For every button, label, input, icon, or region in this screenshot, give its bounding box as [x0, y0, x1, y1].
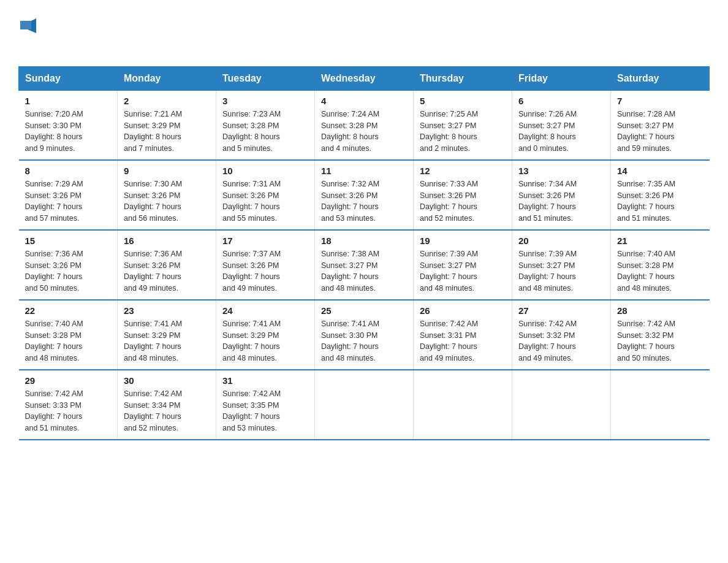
day-info: Sunrise: 7:42 AMSunset: 3:35 PMDaylight:… — [222, 388, 308, 434]
day-info: Sunrise: 7:40 AMSunset: 3:28 PMDaylight:… — [25, 318, 112, 364]
day-number: 19 — [420, 236, 506, 246]
calendar-week-row: 22 Sunrise: 7:40 AMSunset: 3:28 PMDaylig… — [19, 300, 710, 370]
calendar-cell — [512, 370, 611, 440]
day-info: Sunrise: 7:40 AMSunset: 3:28 PMDaylight:… — [617, 248, 703, 294]
calendar-cell: 2 Sunrise: 7:21 AMSunset: 3:29 PMDayligh… — [118, 90, 216, 160]
day-number: 9 — [124, 166, 210, 176]
day-info: Sunrise: 7:25 AMSunset: 3:27 PMDaylight:… — [420, 109, 506, 155]
weekday-header: Thursday — [414, 66, 512, 90]
day-info: Sunrise: 7:33 AMSunset: 3:26 PMDaylight:… — [420, 178, 506, 224]
calendar-cell: 21 Sunrise: 7:40 AMSunset: 3:28 PMDaylig… — [611, 230, 710, 300]
day-info: Sunrise: 7:32 AMSunset: 3:26 PMDaylight:… — [321, 178, 407, 224]
day-number: 10 — [222, 166, 308, 176]
day-number: 18 — [321, 236, 407, 246]
day-number: 13 — [518, 166, 604, 176]
day-number: 7 — [617, 96, 703, 106]
calendar-cell: 31 Sunrise: 7:42 AMSunset: 3:35 PMDaylig… — [216, 370, 315, 440]
svg-marker-0 — [20, 21, 31, 29]
day-info: Sunrise: 7:42 AMSunset: 3:33 PMDaylight:… — [25, 388, 112, 434]
day-number: 21 — [617, 236, 703, 246]
day-info: Sunrise: 7:31 AMSunset: 3:26 PMDaylight:… — [222, 178, 308, 224]
day-number: 12 — [420, 166, 506, 176]
day-number: 14 — [617, 166, 703, 176]
calendar-week-row: 8 Sunrise: 7:29 AMSunset: 3:26 PMDayligh… — [19, 160, 710, 230]
day-number: 5 — [420, 96, 506, 106]
calendar-cell: 17 Sunrise: 7:37 AMSunset: 3:26 PMDaylig… — [216, 230, 315, 300]
day-info: Sunrise: 7:23 AMSunset: 3:28 PMDaylight:… — [222, 109, 308, 155]
calendar-cell: 22 Sunrise: 7:40 AMSunset: 3:28 PMDaylig… — [19, 300, 118, 370]
day-number: 26 — [420, 305, 506, 316]
logo-text — [18, 12, 38, 54]
day-info: Sunrise: 7:41 AMSunset: 3:29 PMDaylight:… — [124, 318, 210, 364]
day-number: 17 — [222, 236, 308, 246]
day-info: Sunrise: 7:26 AMSunset: 3:27 PMDaylight:… — [518, 109, 604, 155]
calendar-cell: 27 Sunrise: 7:42 AMSunset: 3:32 PMDaylig… — [512, 300, 611, 370]
weekday-header: Sunday — [19, 66, 118, 90]
calendar-cell: 19 Sunrise: 7:39 AMSunset: 3:27 PMDaylig… — [414, 230, 512, 300]
calendar-cell: 5 Sunrise: 7:25 AMSunset: 3:27 PMDayligh… — [414, 90, 512, 160]
calendar-cell: 12 Sunrise: 7:33 AMSunset: 3:26 PMDaylig… — [414, 160, 512, 230]
calendar-cell: 24 Sunrise: 7:41 AMSunset: 3:29 PMDaylig… — [216, 300, 315, 370]
day-number: 4 — [321, 96, 407, 106]
calendar-cell: 15 Sunrise: 7:36 AMSunset: 3:26 PMDaylig… — [19, 230, 118, 300]
calendar-cell: 20 Sunrise: 7:39 AMSunset: 3:27 PMDaylig… — [512, 230, 611, 300]
day-number: 22 — [25, 305, 112, 316]
calendar-cell: 3 Sunrise: 7:23 AMSunset: 3:28 PMDayligh… — [216, 90, 315, 160]
weekday-header-row: SundayMondayTuesdayWednesdayThursdayFrid… — [19, 66, 710, 90]
calendar-cell: 1 Sunrise: 7:20 AMSunset: 3:30 PMDayligh… — [19, 90, 118, 160]
day-number: 3 — [222, 96, 308, 106]
day-number: 1 — [25, 96, 112, 106]
calendar-cell: 6 Sunrise: 7:26 AMSunset: 3:27 PMDayligh… — [512, 90, 611, 160]
day-number: 2 — [124, 96, 210, 106]
day-info: Sunrise: 7:35 AMSunset: 3:26 PMDaylight:… — [617, 178, 703, 224]
calendar-cell: 11 Sunrise: 7:32 AMSunset: 3:26 PMDaylig… — [315, 160, 414, 230]
day-info: Sunrise: 7:34 AMSunset: 3:26 PMDaylight:… — [518, 178, 604, 224]
svg-marker-1 — [31, 18, 36, 29]
calendar-cell: 18 Sunrise: 7:38 AMSunset: 3:27 PMDaylig… — [315, 230, 414, 300]
logo-icon — [19, 16, 37, 34]
day-info: Sunrise: 7:20 AMSunset: 3:30 PMDaylight:… — [25, 109, 112, 155]
calendar-week-row: 1 Sunrise: 7:20 AMSunset: 3:30 PMDayligh… — [19, 90, 710, 160]
day-info: Sunrise: 7:36 AMSunset: 3:26 PMDaylight:… — [124, 248, 210, 294]
weekday-header: Tuesday — [216, 66, 315, 90]
calendar-cell — [414, 370, 512, 440]
day-number: 8 — [25, 166, 112, 176]
day-info: Sunrise: 7:42 AMSunset: 3:34 PMDaylight:… — [124, 388, 210, 434]
calendar-cell: 26 Sunrise: 7:42 AMSunset: 3:31 PMDaylig… — [414, 300, 512, 370]
calendar-week-row: 15 Sunrise: 7:36 AMSunset: 3:26 PMDaylig… — [19, 230, 710, 300]
logo — [18, 12, 38, 54]
calendar-cell: 8 Sunrise: 7:29 AMSunset: 3:26 PMDayligh… — [19, 160, 118, 230]
day-number: 27 — [518, 305, 604, 316]
day-info: Sunrise: 7:42 AMSunset: 3:32 PMDaylight:… — [617, 318, 703, 364]
weekday-header: Monday — [118, 66, 216, 90]
calendar-week-row: 29 Sunrise: 7:42 AMSunset: 3:33 PMDaylig… — [19, 370, 710, 440]
calendar-cell: 13 Sunrise: 7:34 AMSunset: 3:26 PMDaylig… — [512, 160, 611, 230]
calendar-cell: 23 Sunrise: 7:41 AMSunset: 3:29 PMDaylig… — [118, 300, 216, 370]
day-number: 23 — [124, 305, 210, 316]
day-info: Sunrise: 7:42 AMSunset: 3:31 PMDaylight:… — [420, 318, 506, 364]
day-info: Sunrise: 7:41 AMSunset: 3:30 PMDaylight:… — [321, 318, 407, 364]
calendar-cell: 29 Sunrise: 7:42 AMSunset: 3:33 PMDaylig… — [19, 370, 118, 440]
calendar-cell — [315, 370, 414, 440]
calendar-cell: 10 Sunrise: 7:31 AMSunset: 3:26 PMDaylig… — [216, 160, 315, 230]
day-info: Sunrise: 7:42 AMSunset: 3:32 PMDaylight:… — [518, 318, 604, 364]
calendar-cell: 25 Sunrise: 7:41 AMSunset: 3:30 PMDaylig… — [315, 300, 414, 370]
day-number: 25 — [321, 305, 407, 316]
calendar-table: SundayMondayTuesdayWednesdayThursdayFrid… — [18, 66, 710, 440]
svg-marker-2 — [28, 29, 36, 33]
day-info: Sunrise: 7:29 AMSunset: 3:26 PMDaylight:… — [25, 178, 112, 224]
calendar-cell — [611, 370, 710, 440]
weekday-header: Saturday — [611, 66, 710, 90]
day-info: Sunrise: 7:36 AMSunset: 3:26 PMDaylight:… — [25, 248, 112, 294]
calendar-cell: 28 Sunrise: 7:42 AMSunset: 3:32 PMDaylig… — [611, 300, 710, 370]
day-number: 28 — [617, 305, 703, 316]
calendar-cell: 14 Sunrise: 7:35 AMSunset: 3:26 PMDaylig… — [611, 160, 710, 230]
day-info: Sunrise: 7:30 AMSunset: 3:26 PMDaylight:… — [124, 178, 210, 224]
day-number: 24 — [222, 305, 308, 316]
day-number: 30 — [124, 375, 210, 386]
calendar-cell: 30 Sunrise: 7:42 AMSunset: 3:34 PMDaylig… — [118, 370, 216, 440]
weekday-header: Friday — [512, 66, 611, 90]
day-info: Sunrise: 7:24 AMSunset: 3:28 PMDaylight:… — [321, 109, 407, 155]
day-number: 20 — [518, 236, 604, 246]
day-number: 16 — [124, 236, 210, 246]
